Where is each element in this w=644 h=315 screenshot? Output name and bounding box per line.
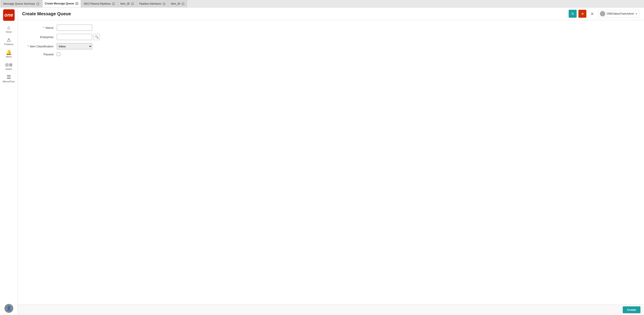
tab-create-message-queue[interactable]: Create Message Queue ✕ (42, 0, 81, 7)
tab-label: NEO Plasma Pipelines (84, 2, 110, 5)
refresh-button[interactable]: ↻ (569, 10, 577, 18)
tab-pipeline-interfaces[interactable]: Pipeline Interfaces ✕ (137, 0, 168, 7)
paused-label: Paused: (24, 53, 56, 56)
required-indicator: * (43, 26, 44, 29)
tab-close-button[interactable]: ✕ (182, 2, 184, 5)
item-classification-select[interactable]: Inbox Outbox Archive (57, 43, 92, 49)
sidebar-item-home[interactable]: ⌂ Home (0, 23, 18, 35)
page-header: Create Message Queue ↻ ✕ ≡ ONEiValueChai… (18, 7, 644, 20)
header-actions: ↻ ✕ ≡ ONEiValueChainAdmin ▼ (569, 10, 640, 18)
menu-button[interactable]: ≡ (588, 10, 596, 18)
bottom-bar: Create (18, 304, 644, 315)
warning-icon: ⚠ (7, 38, 11, 42)
tab-label: Pipeline Interfaces (140, 2, 161, 5)
user-info: ONEiValueChainAdmin (600, 11, 634, 16)
create-button[interactable]: Create (623, 306, 640, 313)
tab-label: Create Message Queue (45, 2, 74, 5)
enterprise-label: Enterprise: (24, 35, 56, 39)
sidebar-item-alerts[interactable]: 🔔 Alerts (0, 48, 18, 60)
logo-text: one (4, 12, 13, 18)
bell-icon: 🔔 (6, 50, 12, 55)
content-area: Create Message Queue ↻ ✕ ≡ ONEiValueChai… (18, 7, 644, 315)
sidebar-item-menus[interactable]: ☰ Menus/Favs (0, 73, 18, 85)
page-title: Create Message Queue (22, 11, 71, 16)
tab-item-ib-1[interactable]: Item_IB ✕ (118, 0, 136, 7)
tab-close-button[interactable]: ✕ (75, 2, 78, 5)
switch-icon: ⊟ ⊞ (5, 62, 12, 67)
sidebar-bottom: 👤 (4, 304, 13, 315)
name-label: * Name: (24, 26, 56, 29)
enterprise-input[interactable] (57, 34, 92, 40)
form-row-item-classification: * Item Classification: Inbox Outbox Arch… (24, 43, 637, 49)
required-indicator: * (28, 45, 28, 48)
menu-icon: ☰ (7, 75, 11, 80)
close-button[interactable]: ✕ (578, 10, 586, 18)
app-logo[interactable]: one (3, 9, 15, 21)
tab-label: Message Queue Summary (3, 2, 35, 5)
tab-bar: Message Queue Summary ✕ Create Message Q… (0, 0, 644, 7)
sidebar-item-label: Problems (4, 43, 13, 46)
avatar-icon: 👤 (6, 306, 11, 311)
tab-close-button[interactable]: ✕ (131, 2, 134, 5)
name-input[interactable] (57, 24, 92, 31)
form-row-paused: Paused: (24, 52, 637, 56)
sidebar-item-label: Home (6, 31, 12, 33)
sidebar-item-label: Switch (6, 68, 12, 70)
item-classification-label: * Item Classification: (24, 45, 56, 48)
tab-item-ib-2[interactable]: Item_IB ✕ (168, 0, 187, 7)
user-name: ONEiValueChainAdmin (606, 12, 634, 15)
form-area: * Name: Enterprise: 🔍 * Item Classificat… (18, 20, 644, 304)
tab-message-queue-summary[interactable]: Message Queue Summary ✕ (1, 0, 42, 7)
tab-neo-plasma-pipelines[interactable]: NEO Plasma Pipelines ✕ (81, 0, 118, 7)
tab-close-button[interactable]: ✕ (112, 2, 115, 5)
sidebar-item-problems[interactable]: ⚠ Problems (0, 35, 18, 48)
form-row-name: * Name: (24, 24, 637, 31)
home-icon: ⌂ (7, 25, 10, 30)
sidebar-item-label: Alerts (6, 55, 12, 58)
sidebar-item-label: Menus/Favs (3, 80, 15, 83)
tab-label: Item_IB (171, 2, 180, 5)
sidebar: one ⌂ Home ⚠ Problems 🔔 Alerts ⊟ ⊞ Switc… (0, 7, 18, 315)
sidebar-item-switch[interactable]: ⊟ ⊞ Switch (0, 60, 18, 73)
tab-close-button[interactable]: ✕ (162, 2, 166, 5)
chevron-down-icon: ▼ (635, 13, 638, 15)
user-dropdown[interactable]: ONEiValueChainAdmin ▼ (598, 10, 640, 17)
user-avatar[interactable]: 👤 (4, 304, 13, 313)
paused-checkbox[interactable] (57, 52, 60, 56)
form-row-enterprise: Enterprise: 🔍 (24, 34, 637, 40)
user-avatar-small (600, 11, 605, 16)
tab-label: Item_IB (120, 2, 130, 5)
enterprise-search-button[interactable]: 🔍 (94, 34, 100, 40)
tab-close-button[interactable]: ✕ (36, 2, 40, 5)
